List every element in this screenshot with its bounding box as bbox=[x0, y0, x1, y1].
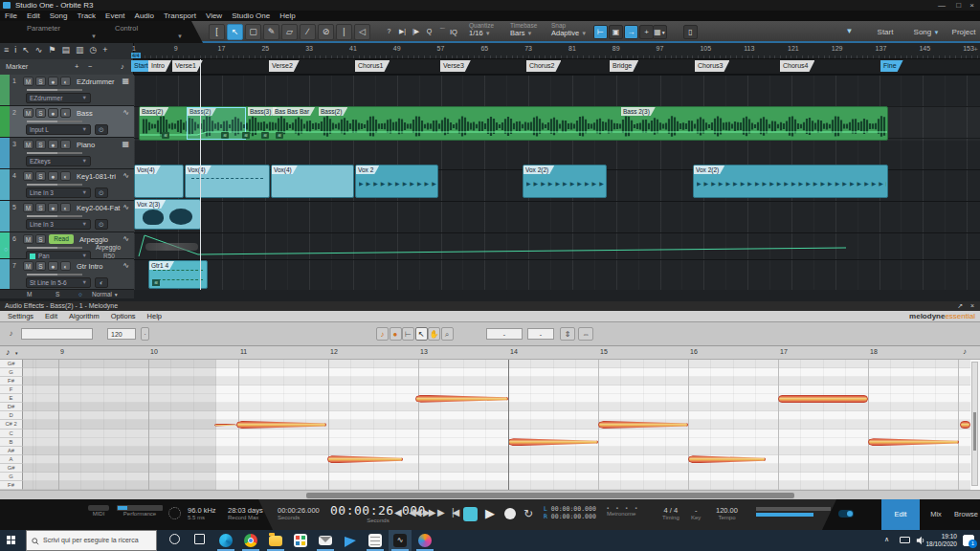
track-row-bass[interactable]: 2MS●◐Bass∿Input L▼⊙ bbox=[0, 106, 134, 138]
menu-audio[interactable]: Audio bbox=[135, 11, 154, 21]
footer-mute[interactable]: M bbox=[27, 290, 32, 298]
mute-button[interactable]: M bbox=[23, 77, 33, 86]
mute-tool[interactable]: ⊘ bbox=[318, 24, 334, 40]
track-io-dropdown[interactable]: EZkeys▼ bbox=[26, 156, 91, 166]
melodyne-badge-icon[interactable]: ≋ bbox=[242, 132, 250, 139]
audio-clip-vox2[interactable]: Vox 2▶▶▶▶▶▶▶▶▶▶▶▶ bbox=[355, 165, 438, 198]
audio-clip-vox22[interactable]: Vox 2(2)▶▶▶▶▶▶▶▶▶▶▶▶▶▶▶▶▶▶▶▶▶▶▶▶▶▶▶▶▶ bbox=[693, 165, 888, 198]
info-icon[interactable]: i bbox=[14, 45, 16, 57]
track-row-key2-004-fat[interactable]: 5MS●◐Key2-004-Fat∿Line In 3▼⊙ bbox=[0, 201, 134, 232]
clock-icon[interactable]: ◷ bbox=[89, 45, 97, 57]
key-display[interactable]: -Key bbox=[691, 506, 701, 520]
menu-file[interactable]: File bbox=[5, 11, 17, 21]
tray-chevron-icon[interactable]: ∧ bbox=[884, 536, 889, 543]
metronome-group[interactable]: ▪ ▪ ▪ ▪ Metronome bbox=[607, 505, 640, 517]
play-button[interactable]: ▶ bbox=[485, 506, 495, 520]
track-volume-slider[interactable] bbox=[27, 247, 82, 249]
menu-transport[interactable]: Transport bbox=[164, 11, 196, 21]
clef-caret[interactable]: ▾ bbox=[15, 350, 18, 356]
record-button[interactable] bbox=[504, 508, 516, 519]
pitch-key-label[interactable]: C# 2 bbox=[0, 420, 23, 429]
loop-button[interactable]: ↻ bbox=[523, 507, 533, 520]
track-volume-slider[interactable] bbox=[27, 274, 82, 276]
record-arm-button[interactable]: ● bbox=[48, 171, 58, 181]
loop-range-display[interactable]: L 00:00:00.000 R 00:00:00.000 bbox=[544, 505, 596, 520]
mute-button[interactable]: M bbox=[23, 234, 33, 244]
pitch-key-label[interactable]: F bbox=[0, 386, 23, 394]
project-page-button[interactable]: Project bbox=[947, 21, 980, 43]
menu-track[interactable]: Track bbox=[77, 11, 96, 21]
marker-flag-intro[interactable]: Intro bbox=[148, 60, 171, 72]
solo-button[interactable]: S bbox=[35, 171, 46, 181]
bracket-tool[interactable]: [ bbox=[209, 24, 225, 40]
melodyne-field-1[interactable]: - bbox=[486, 328, 523, 340]
marker-flag-chorus2[interactable]: Chorus2 bbox=[526, 60, 561, 72]
arrow-tool[interactable]: ↖ bbox=[227, 24, 243, 40]
taskbar-app-store[interactable] bbox=[289, 530, 312, 551]
solo-button[interactable]: S bbox=[35, 140, 46, 149]
footer-mode-dropdown[interactable]: Normal ▼ bbox=[92, 290, 119, 299]
marker-flag-chorus3[interactable]: Chorus3 bbox=[695, 60, 729, 72]
curve-icon[interactable]: ∿ bbox=[35, 45, 43, 57]
track-row-piano[interactable]: 3MS●◐Piano▦EZkeys▼ bbox=[0, 138, 134, 169]
monitor-button[interactable]: ◐ bbox=[60, 261, 71, 271]
melodyne-badge-icon[interactable]: ≋ bbox=[162, 132, 169, 139]
note-assign-tool[interactable]: ♪ bbox=[376, 327, 389, 341]
marker-delete-button[interactable]: − bbox=[88, 59, 92, 75]
pitch-tool[interactable]: ● bbox=[390, 327, 402, 341]
track-row-ezdrummer[interactable]: 1MS●◐EZdrummer▦EZdrummer▼ bbox=[0, 75, 134, 106]
taskbar-app-studio-one[interactable]: ∿ bbox=[389, 530, 412, 551]
rewind-button[interactable]: ◀◀ bbox=[409, 507, 419, 518]
audio-clip-vox23[interactable]: Vox 2(3) bbox=[134, 199, 201, 230]
note-separation-tool[interactable]: ⊢ bbox=[402, 327, 414, 341]
flag-icon[interactable]: ⚑ bbox=[48, 45, 56, 57]
minimize-button[interactable]: — bbox=[938, 0, 946, 11]
marker-add-button[interactable]: + bbox=[75, 59, 78, 75]
maximize-button[interactable]: □ bbox=[956, 0, 961, 11]
menu-help[interactable]: Help bbox=[279, 11, 295, 21]
performance-meter[interactable]: Performance bbox=[117, 505, 163, 517]
pitch-key-label[interactable]: D bbox=[0, 411, 23, 420]
mute-button[interactable]: M bbox=[23, 261, 33, 271]
nudge-forward-button[interactable]: ▶ bbox=[437, 507, 443, 518]
melodyne-badge-icon[interactable]: ≋ bbox=[152, 279, 160, 286]
return-to-start-button[interactable]: |◀ bbox=[452, 507, 457, 518]
notification-center-icon[interactable]: 1 bbox=[963, 535, 974, 546]
taskbar-app-chrome[interactable] bbox=[239, 530, 262, 551]
clef-icon[interactable]: ♪ bbox=[6, 347, 11, 357]
ruler-zoom-plus[interactable]: + bbox=[973, 45, 978, 54]
record-arm-button[interactable]: ● bbox=[48, 140, 58, 149]
monitor-button[interactable]: ◐ bbox=[60, 203, 71, 212]
time-secondary-display[interactable]: 00:00:26.000Seconds bbox=[278, 506, 320, 520]
menu-edit[interactable]: Edit bbox=[27, 11, 40, 21]
pitch-key-label[interactable]: E bbox=[0, 394, 23, 403]
pitch-key-label[interactable]: F# bbox=[0, 481, 23, 490]
parameter-dropdown[interactable]: Parameter bbox=[27, 24, 60, 33]
hand-tool[interactable]: ✋ bbox=[428, 327, 440, 341]
network-icon[interactable] bbox=[900, 537, 910, 543]
ruler-note-icon[interactable]: ♪ bbox=[963, 347, 967, 356]
taskbar-app-file-explorer[interactable] bbox=[264, 530, 287, 551]
help-tool[interactable]: ? bbox=[383, 24, 395, 40]
channel-gear-icon[interactable]: ⊙ bbox=[95, 219, 108, 230]
melodyne-ruler[interactable]: ♪ ▾ ♪ 9101112131415161718 bbox=[0, 346, 980, 360]
record-arm-button[interactable]: ● bbox=[48, 261, 58, 271]
melodyne-menu-settings[interactable]: Settings bbox=[8, 311, 33, 321]
record-arm-button[interactable]: ● bbox=[48, 108, 58, 118]
range-tool[interactable]: ▢ bbox=[245, 24, 261, 40]
track-row-gtr-intro[interactable]: 7MS●◐Gtr Intro∿St Line In 5-6▼◐ bbox=[0, 259, 134, 290]
pitch-key-label[interactable]: F# bbox=[0, 377, 23, 386]
list-icon[interactable]: ≡ bbox=[4, 45, 9, 57]
pitch-key-label[interactable]: G# bbox=[0, 464, 23, 473]
hscroll-thumb[interactable] bbox=[306, 493, 794, 498]
melodyne-badge-icon[interactable]: ≋ bbox=[261, 132, 269, 139]
melodyne-menu-help[interactable]: Help bbox=[147, 311, 162, 321]
taskbar-app-cortana[interactable] bbox=[165, 530, 188, 551]
eraser-tool[interactable]: ▱ bbox=[281, 24, 298, 40]
taskbar-app-paint[interactable] bbox=[413, 530, 436, 551]
taskbar-app-mail[interactable] bbox=[314, 530, 337, 551]
listen-tool[interactable]: ◁ bbox=[354, 24, 370, 40]
vertical-zoom-button[interactable]: ⇕ bbox=[560, 327, 575, 341]
melodyne-note-editor[interactable]: G#GF#FED#DC# 2CBA#AG#GF# bbox=[0, 360, 980, 490]
timeline-ruler[interactable]: 1917253341495765738189971051131211291371… bbox=[134, 43, 980, 59]
